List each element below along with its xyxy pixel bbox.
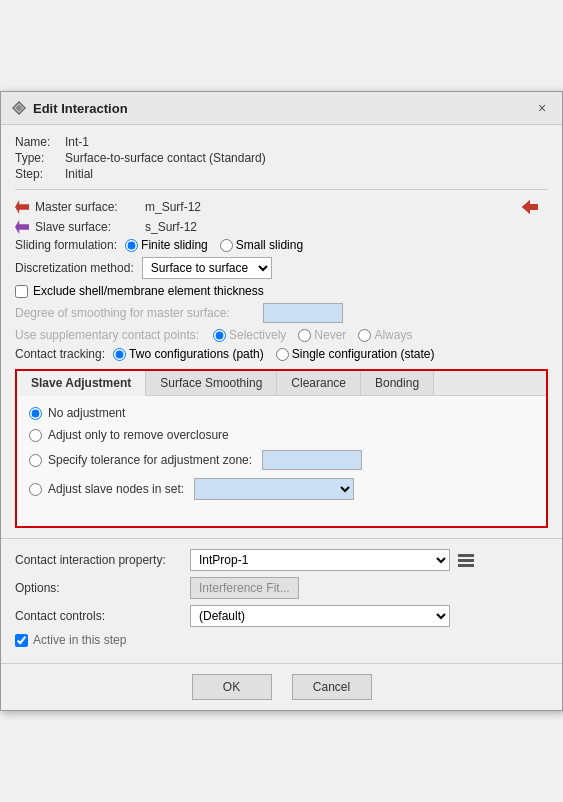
supp-never-label: Never <box>314 328 346 342</box>
supp-selectively-label: Selectively <box>229 328 286 342</box>
exclude-shell-label: Exclude shell/membrane element thickness <box>33 284 264 298</box>
stack-icon-button[interactable] <box>456 552 476 569</box>
contact-property-label: Contact interaction property: <box>15 553 190 567</box>
adj-nodes-set-row: Adjust slave nodes in set: <box>29 478 534 500</box>
exclude-shell-row: Exclude shell/membrane element thickness <box>15 284 548 298</box>
contact-tracking-row: Contact tracking: Two configurations (pa… <box>15 347 548 361</box>
supplementary-label: Use supplementary contact points: <box>15 328 205 342</box>
slave-adjustment-panel: No adjustment Adjust only to remove over… <box>29 406 534 500</box>
tab-bonding[interactable]: Bonding <box>361 371 434 395</box>
active-step-checkbox-label[interactable]: Active in this step <box>15 633 126 647</box>
tabs-header: Slave Adjustment Surface Smoothing Clear… <box>17 371 546 396</box>
stack-line-1 <box>458 554 474 557</box>
smoothing-row: Degree of smoothing for master surface: … <box>15 303 548 323</box>
master-surface-icon <box>15 200 29 214</box>
step-label: Step: <box>15 167 65 181</box>
type-label: Type: <box>15 151 65 165</box>
adj-no-adj-row[interactable]: No adjustment <box>29 406 534 420</box>
options-label: Options: <box>15 581 190 595</box>
contact-controls-select[interactable]: (Default) <box>190 605 450 627</box>
contact-tracking-radio-group: Two configurations (path) Single configu… <box>113 347 435 361</box>
tab-surface-smoothing[interactable]: Surface Smoothing <box>146 371 277 395</box>
adj-remove-overclosure-row[interactable]: Adjust only to remove overclosure <box>29 428 534 442</box>
bottom-section: Contact interaction property: IntProp-1 … <box>1 538 562 663</box>
tracking-single-config-label: Single configuration (state) <box>292 347 435 361</box>
sliding-finite-radio[interactable] <box>125 239 138 252</box>
tracking-two-config-label: Two configurations (path) <box>129 347 264 361</box>
slave-surface-name: s_Surf-12 <box>145 220 548 234</box>
master-surface-row: Master surface: m_Surf-12 <box>15 198 548 216</box>
adj-tolerance-radio[interactable] <box>29 454 42 467</box>
step-row: Step: Initial <box>15 167 548 181</box>
title-bar-left: Edit Interaction <box>11 100 128 116</box>
sliding-small-option[interactable]: Small sliding <box>220 238 303 252</box>
supp-selectively-option[interactable]: Selectively <box>213 328 286 342</box>
smoothing-input[interactable]: 0.2 <box>263 303 343 323</box>
options-row: Options: Interference Fit... <box>15 577 548 599</box>
stack-line-3 <box>458 564 474 567</box>
supp-never-radio[interactable] <box>298 329 311 342</box>
sliding-label: Sliding formulation: <box>15 238 117 252</box>
smoothing-label: Degree of smoothing for master surface: <box>15 306 255 320</box>
slave-surface-label: Slave surface: <box>35 220 145 234</box>
adj-remove-overclosure-radio[interactable] <box>29 429 42 442</box>
active-step-row: Active in this step <box>15 633 548 647</box>
discretization-row: Discretization method: Surface to surfac… <box>15 257 548 279</box>
close-button[interactable]: × <box>532 98 552 118</box>
contact-tracking-label: Contact tracking: <box>15 347 105 361</box>
adj-nodes-set-radio[interactable] <box>29 483 42 496</box>
edit-interaction-dialog: Edit Interaction × Name: Int-1 Type: Sur… <box>0 91 563 711</box>
dialog-footer: OK Cancel <box>1 663 562 710</box>
adj-no-adj-label: No adjustment <box>48 406 125 420</box>
adj-nodes-set-label: Adjust slave nodes in set: <box>48 482 184 496</box>
tracking-two-config-radio[interactable] <box>113 348 126 361</box>
sliding-small-label: Small sliding <box>236 238 303 252</box>
adj-tolerance-input[interactable]: 0 <box>262 450 362 470</box>
name-row: Name: Int-1 <box>15 135 548 149</box>
contact-property-select[interactable]: IntProp-1 <box>190 549 450 571</box>
master-surface-label: Master surface: <box>35 200 145 214</box>
cancel-button[interactable]: Cancel <box>292 674 372 700</box>
dialog-title: Edit Interaction <box>33 101 128 116</box>
name-label: Name: <box>15 135 65 149</box>
supp-always-radio[interactable] <box>358 329 371 342</box>
exclude-shell-checkbox[interactable] <box>15 285 28 298</box>
contact-controls-label: Contact controls: <box>15 609 190 623</box>
tracking-two-config-option[interactable]: Two configurations (path) <box>113 347 264 361</box>
tabs-container: Slave Adjustment Surface Smoothing Clear… <box>15 369 548 528</box>
supp-always-label: Always <box>374 328 412 342</box>
main-content: Name: Int-1 Type: Surface-to-surface con… <box>1 125 562 538</box>
slave-surface-icon <box>15 220 29 234</box>
interference-fit-button[interactable]: Interference Fit... <box>190 577 299 599</box>
type-value: Surface-to-surface contact (Standard) <box>65 151 266 165</box>
tabs-content: No adjustment Adjust only to remove over… <box>17 396 546 526</box>
contact-controls-row: Contact controls: (Default) <box>15 605 548 627</box>
ok-button[interactable]: OK <box>192 674 272 700</box>
adj-nodes-set-select[interactable] <box>194 478 354 500</box>
sliding-formulation-row: Sliding formulation: Finite sliding Smal… <box>15 238 548 252</box>
discretization-label: Discretization method: <box>15 261 134 275</box>
sliding-small-radio[interactable] <box>220 239 233 252</box>
active-step-checkbox[interactable] <box>15 634 28 647</box>
supp-never-option[interactable]: Never <box>298 328 346 342</box>
name-value: Int-1 <box>65 135 89 149</box>
sliding-finite-label: Finite sliding <box>141 238 208 252</box>
adj-tolerance-label: Specify tolerance for adjustment zone: <box>48 453 252 467</box>
slave-surface-row: Slave surface: s_Surf-12 <box>15 220 548 234</box>
discretization-select[interactable]: Surface to surface Node to surface <box>142 257 272 279</box>
swap-button[interactable] <box>520 198 548 216</box>
tracking-single-config-radio[interactable] <box>276 348 289 361</box>
tab-clearance[interactable]: Clearance <box>277 371 361 395</box>
dialog-icon <box>11 100 27 116</box>
supplementary-row: Use supplementary contact points: Select… <box>15 328 548 342</box>
supp-always-option[interactable]: Always <box>358 328 412 342</box>
sliding-finite-option[interactable]: Finite sliding <box>125 238 208 252</box>
tracking-single-config-option[interactable]: Single configuration (state) <box>276 347 435 361</box>
adj-no-adj-radio[interactable] <box>29 407 42 420</box>
tab-slave-adjustment[interactable]: Slave Adjustment <box>17 371 146 396</box>
supp-selectively-radio[interactable] <box>213 329 226 342</box>
adj-tolerance-row: Specify tolerance for adjustment zone: 0 <box>29 450 534 470</box>
step-value: Initial <box>65 167 93 181</box>
supplementary-radio-group: Selectively Never Always <box>213 328 412 342</box>
stack-line-2 <box>458 559 474 562</box>
